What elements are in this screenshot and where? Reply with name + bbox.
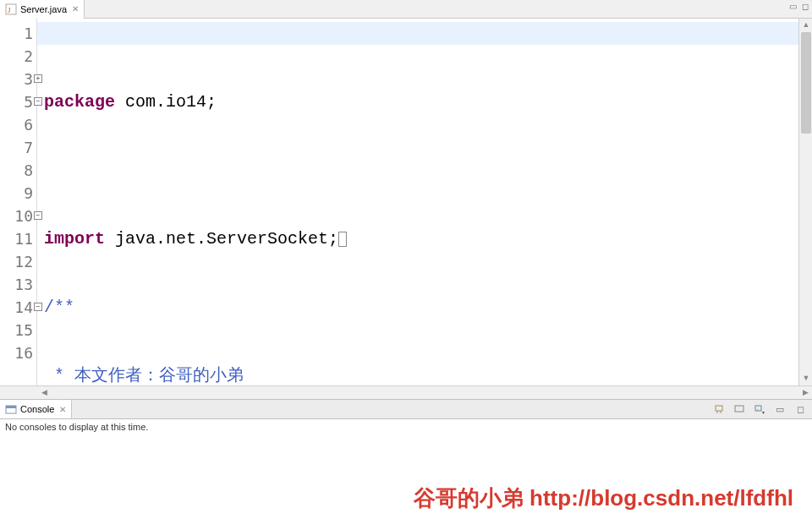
close-console-icon[interactable]: ✕ [59, 405, 66, 414]
line-number: 11 [0, 227, 33, 250]
svg-rect-3 [6, 406, 16, 408]
svg-rect-5 [735, 406, 743, 412]
line-number: 16 [0, 341, 33, 364]
line-number: 9 [0, 182, 33, 205]
line-number-gutter: 1 2 3+ 5− 6 7 8 9 10− 11 12 13 14− 15 16 [0, 19, 37, 385]
watermark-text: 谷哥的小弟 http://blog.csdn.net/lfdfhl [414, 484, 793, 513]
scroll-left-arrow-icon[interactable]: ◀ [37, 386, 51, 400]
line-number: 2 [0, 45, 33, 68]
console-icon [5, 403, 17, 415]
scroll-up-arrow-icon[interactable]: ▲ [799, 19, 812, 32]
minimize-view-icon[interactable]: ▭ [773, 402, 787, 416]
pin-console-icon[interactable] [712, 402, 726, 416]
scroll-thumb[interactable] [801, 32, 811, 134]
console-body: No consoles to display at this time. [0, 419, 812, 453]
svg-rect-7 [757, 409, 759, 411]
console-tab-bar: Console ✕ ▭ ◻ [0, 399, 812, 419]
line-number: 3+ [0, 68, 33, 90]
svg-text:J: J [8, 6, 11, 14]
editor-tab-bar: J Server.java ✕ ▭ ◻ [0, 0, 812, 19]
vertical-scrollbar[interactable]: ▲ ▼ [798, 19, 812, 385]
console-tab-label: Console [20, 404, 54, 414]
line-number: 15 [0, 319, 33, 341]
line-number: 10− [0, 205, 33, 227]
line-number: 8 [0, 159, 33, 182]
horizontal-scrollbar[interactable]: ◀ ▶ [0, 385, 812, 399]
line-number: 14− [0, 296, 33, 319]
minimize-icon[interactable]: ▭ [789, 2, 797, 11]
svg-rect-4 [716, 406, 722, 411]
line-number: 13 [0, 273, 33, 296]
line-number: 7 [0, 136, 33, 159]
editor-window-controls: ▭ ◻ [789, 2, 809, 11]
editor-tab-active[interactable]: J Server.java ✕ [0, 0, 85, 19]
maximize-view-icon[interactable]: ◻ [793, 402, 807, 416]
display-console-icon[interactable] [732, 402, 746, 416]
console-toolbar: ▭ ◻ [712, 402, 807, 416]
open-console-dropdown-icon[interactable] [753, 402, 766, 416]
line-number: 6 [0, 113, 33, 136]
current-line-highlight [37, 22, 812, 45]
scroll-right-arrow-icon[interactable]: ▶ [798, 386, 812, 400]
console-tab[interactable]: Console ✕ [0, 400, 72, 418]
tab-filename: Server.java [20, 4, 67, 14]
line-number: 12 [0, 250, 33, 273]
code-content[interactable]: package com.io14; import java.net.Server… [37, 19, 812, 385]
close-tab-icon[interactable]: ✕ [72, 4, 79, 14]
line-number: 5− [0, 90, 33, 113]
java-file-icon: J [5, 3, 17, 15]
console-empty-message: No consoles to display at this time. [5, 422, 148, 432]
collapsed-region-indicator [338, 232, 347, 247]
maximize-icon[interactable]: ◻ [802, 2, 809, 11]
line-number: 1 [0, 22, 33, 45]
code-editor[interactable]: 1 2 3+ 5− 6 7 8 9 10− 11 12 13 14− 15 16… [0, 19, 812, 385]
